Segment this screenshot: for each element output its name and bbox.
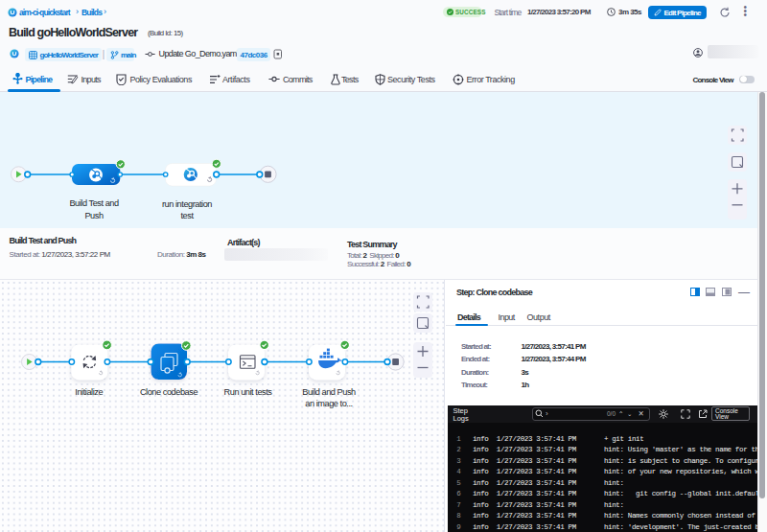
svg-text:Build and Push: Build and Push [302, 387, 356, 397]
svg-text:Push: Push [84, 211, 103, 220]
svg-text:run integration: run integration [162, 199, 212, 209]
svg-text:Initialize: Initialize [75, 387, 103, 397]
svg-text:Clone codebase: Clone codebase [140, 387, 198, 397]
svg-text:Run unit tests: Run unit tests [224, 387, 273, 397]
svg-text:Build Test and: Build Test and [69, 198, 119, 208]
svg-text:an image to...: an image to... [305, 399, 352, 408]
svg-text:test: test [180, 211, 194, 220]
